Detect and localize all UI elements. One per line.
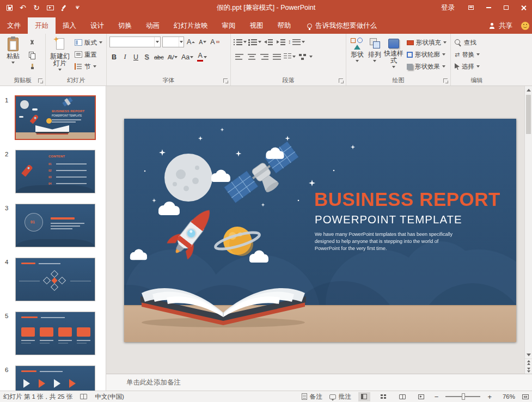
paste-button[interactable]: 粘贴 <box>2 36 25 77</box>
dialog-launcher-font[interactable] <box>223 78 229 84</box>
draw-mode-button[interactable] <box>60 3 68 12</box>
zoom-slider[interactable] <box>445 396 480 397</box>
previous-slide-button[interactable] <box>525 358 532 366</box>
shape-effects-button[interactable]: 形状效果 <box>405 61 449 72</box>
tab-design[interactable]: 设计 <box>83 17 111 34</box>
clear-formatting-button[interactable]: A <box>209 37 220 47</box>
convert-smartart-button[interactable] <box>297 51 313 62</box>
notes-toggle-button[interactable]: 备注 <box>302 393 322 401</box>
slide-sorter-view-button[interactable] <box>377 392 389 401</box>
notes-pane[interactable]: 单击此处添加备注 <box>106 374 532 391</box>
font-size-caret-icon[interactable] <box>179 37 184 47</box>
save-button[interactable] <box>5 3 13 12</box>
vertical-scrollbar[interactable] <box>524 86 532 374</box>
close-button[interactable] <box>515 0 532 15</box>
normal-view-button[interactable] <box>358 392 370 401</box>
share-button[interactable]: 共享 <box>484 17 518 34</box>
tab-animations[interactable]: 动画 <box>139 17 167 34</box>
font-size-input[interactable] <box>163 37 179 47</box>
slide-thumbnail-3[interactable]: 01 <box>15 204 95 247</box>
tab-transitions[interactable]: 切换 <box>111 17 139 34</box>
shrink-font-button[interactable]: A <box>198 37 207 47</box>
slideshow-view-button[interactable] <box>415 392 427 401</box>
bullets-button[interactable] <box>234 36 247 47</box>
grow-font-button[interactable]: A <box>186 37 196 47</box>
notes-placeholder[interactable]: 单击此处添加备注 <box>126 374 532 391</box>
customize-qat-button[interactable] <box>74 3 81 12</box>
new-slide-button[interactable]: 新建幻灯片 <box>47 36 72 77</box>
decrease-indent-button[interactable] <box>263 36 274 47</box>
dialog-launcher-drawing[interactable] <box>443 78 449 84</box>
tab-review[interactable]: 审阅 <box>215 17 243 34</box>
columns-button[interactable] <box>284 51 296 62</box>
align-left-button[interactable] <box>234 51 244 62</box>
underline-button[interactable]: U <box>131 52 140 62</box>
reading-view-button[interactable] <box>396 392 408 401</box>
select-button[interactable]: 选择 <box>452 61 501 72</box>
slide-canvas[interactable]: BUSINESS REPORT POWERPOINT TEMPLATE We h… <box>124 119 516 342</box>
zoom-in-button[interactable]: + <box>487 393 492 400</box>
section-button[interactable]: 节 <box>72 61 105 72</box>
layout-button[interactable]: 版式 <box>72 37 105 48</box>
character-spacing-button[interactable]: AV <box>167 52 179 62</box>
font-name-input[interactable] <box>110 37 154 47</box>
reset-button[interactable]: 重置 <box>72 49 105 60</box>
scroll-down-button[interactable] <box>525 351 532 358</box>
zoom-percentage-button[interactable]: 76% <box>499 393 515 400</box>
text-shadow-button[interactable]: S <box>142 52 151 62</box>
slide-thumbnail-5[interactable] <box>15 312 95 355</box>
arrange-button[interactable]: 排列 <box>366 36 383 77</box>
shape-outline-button[interactable]: 形状轮廓 <box>405 49 449 60</box>
tab-insert[interactable]: 插入 <box>56 17 83 34</box>
format-painter-button[interactable] <box>27 62 38 71</box>
maximize-button[interactable] <box>497 0 515 15</box>
zoom-out-button[interactable]: − <box>435 393 439 400</box>
numbering-button[interactable] <box>248 36 261 47</box>
find-button[interactable]: 查找 <box>452 37 501 48</box>
tab-slideshow[interactable]: 幻灯片放映 <box>167 17 215 34</box>
minimize-button[interactable] <box>480 0 497 15</box>
font-name-combo[interactable] <box>109 36 161 47</box>
sign-in-button[interactable]: 登录 <box>433 0 462 15</box>
language-button[interactable]: 中文(中国) <box>95 393 124 401</box>
font-size-combo[interactable] <box>162 36 184 47</box>
tab-help[interactable]: 帮助 <box>271 17 298 34</box>
scrollbar-thumb[interactable] <box>526 95 531 134</box>
dialog-launcher-clipboard[interactable] <box>38 78 44 84</box>
next-slide-button[interactable] <box>525 366 532 374</box>
align-right-button[interactable] <box>259 51 270 62</box>
font-color-button[interactable]: A <box>196 52 208 62</box>
shape-fill-button[interactable]: 形状填充 <box>405 37 449 48</box>
slide-subtitle-textbox[interactable]: POWERPOINT TEMPLATE <box>315 213 462 226</box>
increase-indent-button[interactable] <box>276 36 286 47</box>
undo-button[interactable]: ↶ <box>19 3 27 12</box>
change-case-button[interactable]: Aa <box>180 52 194 62</box>
align-center-button[interactable] <box>246 51 257 62</box>
feedback-button[interactable] <box>518 17 532 34</box>
font-name-caret-icon[interactable] <box>154 37 160 47</box>
redo-button[interactable]: ↻ <box>33 3 40 12</box>
shapes-button[interactable]: 形状 <box>348 36 366 77</box>
strikethrough-button[interactable]: abc <box>153 52 165 62</box>
slide-thumbnail-4[interactable] <box>15 258 95 301</box>
ribbon-display-options-button[interactable] <box>462 0 480 15</box>
slide-title-textbox[interactable]: BUSINESS REPORT <box>314 188 500 210</box>
quick-styles-button[interactable]: 快速样式 <box>383 36 405 77</box>
dialog-launcher-paragraph[interactable] <box>339 78 344 84</box>
proofing-icon[interactable] <box>80 394 87 399</box>
fit-slide-to-window-button[interactable] <box>522 394 529 399</box>
replace-button[interactable]: ⇄替换 <box>452 49 501 60</box>
tab-view[interactable]: 视图 <box>243 17 271 34</box>
slide-thumbnail-1[interactable]: BUSINESS REPORT POWERPOINT TEMPLATE <box>15 96 95 139</box>
tab-home[interactable]: 开始 <box>28 17 56 34</box>
zoom-slider-thumb[interactable] <box>462 393 465 400</box>
scroll-up-button[interactable] <box>525 86 532 94</box>
comments-toggle-button[interactable]: 批注 <box>329 393 351 401</box>
slide-thumbnail-2[interactable]: CONTENT 01 02 03 04 <box>15 150 95 193</box>
start-slideshow-button[interactable] <box>46 3 54 12</box>
bold-button[interactable]: B <box>109 52 119 62</box>
justify-button[interactable] <box>271 51 282 62</box>
tab-file[interactable]: 文件 <box>0 17 28 34</box>
slide-thumbnail-6[interactable] <box>15 366 95 391</box>
cut-button[interactable] <box>27 38 38 47</box>
